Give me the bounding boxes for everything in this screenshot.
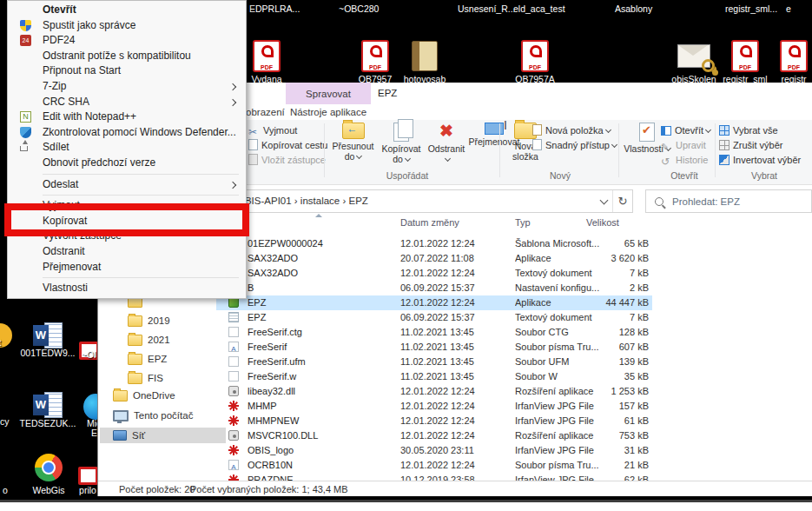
context-menu-item-zkontrolovat-pomoc-windows-defender[interactable]: Zkontrolovat pomocí Windows Defender...: [8, 125, 246, 141]
desktop-icon-hotovosab[interactable]: [407, 38, 442, 73]
sidebar-item-tento-po-ta[interactable]: Tento počítač: [113, 408, 193, 423]
desktop-icon-t[interactable]: [0, 318, 17, 353]
context-menu-item-7-zip[interactable]: 7-Zip: [8, 79, 246, 95]
address-dropdown-button[interactable]: [594, 190, 613, 212]
column-header-date[interactable]: Datum změny: [400, 217, 459, 228]
file-row-sax32ado[interactable]: SAX32ADO12.01.2022 12:24Textový dokument…: [216, 266, 652, 281]
context-menu-item-odstranit-pot-e-s-kompatibilitou[interactable]: Odstranit potíže s kompatibilitou: [8, 49, 246, 64]
desktop-icon-ob7957[interactable]: [358, 38, 393, 73]
context-menu-item-sd-let[interactable]: Sdílet: [8, 140, 246, 156]
tab-app-tools[interactable]: Nástroje aplikace: [286, 104, 371, 120]
invert-selection-button[interactable]: Invertovat výběr: [719, 153, 801, 168]
file-row-ocrb10n[interactable]: OCRB10N12.01.2022 12:24Soubor písma Tru.…: [216, 458, 652, 473]
sidebar-item-epz[interactable]: EPZ: [128, 351, 167, 367]
desktop-icon-label[interactable]: eld_aca_test: [513, 3, 565, 14]
column-header-type[interactable]: Typ: [515, 217, 531, 228]
context-menu-item-label: Vlastnosti: [43, 282, 88, 294]
sidebar-item-s[interactable]: Síť: [100, 428, 226, 443]
status-bar: Počet položek: 20 Počet vybraných polože…: [98, 481, 812, 496]
file-row-mhmpnew[interactable]: MHMPNEW12.01.2022 12:24IrfanView JPG Fil…: [216, 414, 652, 428]
file-row-01ezpw0000024[interactable]: 01EZPW000002412.01.2022 12:24Šablona Mic…: [216, 236, 652, 251]
file-row-sax32ado[interactable]: SAX32ADO20.07.2022 11:08Aplikace3 620 kB: [216, 251, 652, 266]
copy-to-button[interactable]: Kopírovat do: [378, 123, 425, 164]
sidebar-item-onedrive[interactable]: OneDrive: [113, 388, 175, 403]
file-row-freeserif-ctg[interactable]: FreeSerif.ctg11.02.2021 13:45Soubor CTG1…: [216, 325, 652, 340]
delete-button[interactable]: ✖Odstranit: [425, 123, 468, 164]
move-to-button[interactable]: Přesunout do: [329, 123, 377, 162]
open-button[interactable]: Otevřít: [661, 123, 710, 138]
desktop-icon-webgis[interactable]: [31, 450, 66, 485]
desktop-icon-label[interactable]: EDPRLRA...: [249, 3, 300, 14]
select-all-button[interactable]: Vybrat vše: [719, 123, 801, 138]
context-menu-item-odstranit[interactable]: Odstranit: [8, 244, 246, 260]
context-menu-item-p-ipnout-na-start[interactable]: Připnout na Start: [8, 63, 246, 79]
pdf-icon: [780, 40, 808, 72]
file-name: MHMP: [248, 401, 393, 411]
breadcrumb[interactable]: OBIS-API01 › instalace › EPZ: [237, 196, 368, 206]
desktop-icon-label[interactable]: ~OBC280: [339, 3, 379, 14]
pdf-icon: [253, 40, 281, 72]
context-menu-item-vlastnosti[interactable]: Vlastnosti: [8, 281, 246, 296]
chevron-down-icon: [599, 196, 608, 204]
file-date: 11.02.2021 13:45: [400, 371, 496, 382]
sidebar-item-2021[interactable]: 2021: [128, 332, 170, 348]
scissors-icon: [248, 125, 260, 136]
file-row-freeserif[interactable]: FreeSerif11.02.2021 13:45Soubor písma Tr…: [216, 340, 652, 355]
file-row-obis-logo[interactable]: OBIS_logo30.05.2020 23:11IrfanView JPG F…: [216, 443, 652, 458]
new-item-button[interactable]: Nová položka: [532, 123, 617, 138]
sidebar-item-2019[interactable]: 2019: [128, 313, 170, 328]
desktop-icon-label[interactable]: Asablony: [615, 3, 652, 14]
file-row-epz[interactable]: EPZ12.01.2022 12:24Aplikace44 447 kB: [216, 295, 652, 310]
irfanview-file-icon: [228, 401, 239, 411]
desktop-icon-ob7957a[interactable]: [518, 38, 552, 73]
context-menu-item-obnovit-p-edchoz-verze[interactable]: Obnovit předchozí verze: [8, 156, 246, 171]
context-menu-item-otev-t[interactable]: Otevřít: [8, 3, 246, 18]
sidebar-item-fis[interactable]: FIS: [128, 370, 163, 386]
file-row-epz[interactable]: EPZ06.09.2022 15:37Textový dokument7 kB: [216, 310, 652, 325]
column-header-size[interactable]: Velikost: [586, 217, 619, 228]
cut-button[interactable]: Vyjmout: [248, 123, 327, 138]
desktop-icon-label[interactable]: e: [786, 3, 791, 14]
desktop-icon-label: t: [0, 337, 30, 348]
file-file-icon: [228, 371, 239, 382]
context-menu-item-edit-with-notepad[interactable]: Edit with Notepad++: [8, 110, 246, 125]
context-menu-item-p-ejmenovat[interactable]: Přejmenovat: [8, 260, 246, 275]
search-input[interactable]: [670, 196, 795, 208]
desktop-icon-registr-sml[interactable]: [728, 38, 762, 73]
address-bar[interactable]: OBIS-API01 › instalace › EPZ ↻: [216, 189, 633, 213]
search-box[interactable]: [645, 189, 812, 213]
context-menu-item-label: PDF24: [43, 34, 75, 46]
file-size: 3 620 kB: [576, 253, 649, 263]
file-row-freeserif-ufm[interactable]: FreeSerif.ufm11.02.2021 13:45Soubor UFM1…: [216, 355, 652, 369]
edit-button[interactable]: Upravit: [661, 138, 710, 153]
context-menu-item-pdf24[interactable]: PDF24: [8, 33, 246, 49]
desktop-icon-tedsezuk[interactable]: [30, 388, 65, 422]
context-menu-item-odeslat[interactable]: Odeslat: [8, 177, 246, 193]
file-date: 12.01.2022 12:24: [400, 460, 496, 470]
ribbon-separator: [715, 123, 716, 177]
refresh-button[interactable]: ↻: [612, 190, 632, 212]
desktop-icon-vydana[interactable]: [249, 38, 284, 73]
menu-separator: [43, 174, 239, 175]
select-none-button[interactable]: Zrušit výběr: [719, 138, 801, 153]
file-date: 06.09.2022 15:37: [400, 312, 496, 322]
file-row-msvcr100-dll[interactable]: MSVCR100.DLL12.01.2022 12:24Rozšíření ap…: [216, 428, 652, 443]
history-button[interactable]: Historie: [661, 153, 710, 168]
context-menu-item-spustit-jako-spr-vce[interactable]: Spustit jako správce: [8, 18, 246, 34]
file-size: 1 253 kB: [576, 386, 649, 396]
desktop-icon-obisskolen[interactable]: [677, 38, 711, 73]
invert-selection-icon: [719, 155, 729, 165]
file-name: OCRB10N: [248, 460, 393, 470]
context-menu-item-crc-sha[interactable]: CRC SHA: [8, 95, 246, 110]
desktop-icon-registr[interactable]: [776, 38, 811, 73]
context-menu-item-label: Edit with Notepad++: [43, 110, 136, 123]
copy-path-button[interactable]: Kopírovat cestu: [248, 138, 327, 153]
easy-access-button[interactable]: Snadný přístup: [532, 138, 617, 153]
paste-shortcut-button[interactable]: Vložit zástupce: [248, 153, 327, 168]
desktop-icon-label[interactable]: registr_sml...: [725, 3, 777, 14]
file-row-mhmp[interactable]: MHMP12.01.2022 12:24IrfanView JPG File15…: [216, 399, 652, 414]
file-row-freeserif-w[interactable]: FreeSerif.w11.02.2021 13:45Soubor W35 kB: [216, 369, 652, 384]
desktop-icon-label[interactable]: Usnesení_R...: [458, 3, 516, 14]
file-row-b[interactable]: B06.09.2022 15:37Nastavení konfigu...2 k…: [216, 281, 652, 295]
file-row-libeay32-dll[interactable]: libeay32.dll12.01.2022 12:24Rozšíření ap…: [216, 384, 652, 399]
